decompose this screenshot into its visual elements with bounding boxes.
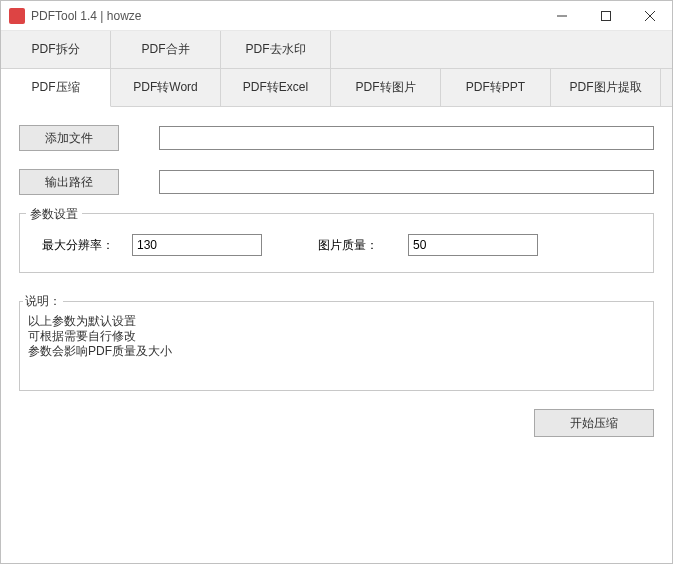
maximize-button[interactable] [584, 1, 628, 30]
explain-box: 说明： 以上参数为默认设置 可根据需要自行修改 参数会影响PDF质量及大小 [19, 301, 654, 391]
app-window: PDFTool 1.4 | howze PDF拆分 PDF合并 PDF去水印 P… [0, 0, 673, 564]
params-row: 最大分辨率： 图片质量： [36, 234, 637, 256]
start-compress-button[interactable]: 开始压缩 [534, 409, 654, 437]
footer: 开始压缩 [19, 409, 654, 437]
output-path-row: 输出路径 [19, 169, 654, 195]
image-quality-input[interactable] [408, 234, 538, 256]
tab-pdf-remove-watermark[interactable]: PDF去水印 [221, 31, 331, 69]
add-file-button[interactable]: 添加文件 [19, 125, 119, 151]
explain-text: 以上参数为默认设置 可根据需要自行修改 参数会影响PDF质量及大小 [19, 301, 654, 391]
tab-pdf-merge[interactable]: PDF合并 [111, 31, 221, 69]
tab-content: 添加文件 输出路径 参数设置 最大分辨率： 图片质量： 说明： 以上参数为默认设… [1, 107, 672, 563]
tabs-row-2: PDF压缩 PDF转Word PDF转Excel PDF转图片 PDF转PPT … [1, 69, 672, 107]
output-path-button[interactable]: 输出路径 [19, 169, 119, 195]
explain-legend: 说明： [23, 293, 63, 310]
app-icon [9, 8, 25, 24]
window-controls [540, 1, 672, 30]
minimize-button[interactable] [540, 1, 584, 30]
tab-pdf-to-word[interactable]: PDF转Word [111, 69, 221, 106]
params-legend: 参数设置 [26, 206, 82, 223]
output-path-input[interactable] [159, 170, 654, 194]
tab-pdf-to-image[interactable]: PDF转图片 [331, 69, 441, 106]
tab-pdf-to-excel[interactable]: PDF转Excel [221, 69, 331, 106]
titlebar: PDFTool 1.4 | howze [1, 1, 672, 31]
tab-pdf-extract-image[interactable]: PDF图片提取 [551, 69, 661, 106]
tabs-row-1: PDF拆分 PDF合并 PDF去水印 [1, 31, 672, 69]
window-title: PDFTool 1.4 | howze [31, 9, 142, 23]
file-path-input[interactable] [159, 126, 654, 150]
close-button[interactable] [628, 1, 672, 30]
tabs-spacer [331, 31, 672, 69]
tab-pdf-to-ppt[interactable]: PDF转PPT [441, 69, 551, 106]
max-resolution-label: 最大分辨率： [42, 237, 132, 254]
tab-pdf-compress[interactable]: PDF压缩 [1, 69, 111, 107]
params-fieldset: 参数设置 最大分辨率： 图片质量： [19, 213, 654, 273]
tab-pdf-split[interactable]: PDF拆分 [1, 31, 111, 69]
image-quality-label: 图片质量： [318, 237, 408, 254]
max-resolution-input[interactable] [132, 234, 262, 256]
svg-rect-1 [602, 11, 611, 20]
add-file-row: 添加文件 [19, 125, 654, 151]
